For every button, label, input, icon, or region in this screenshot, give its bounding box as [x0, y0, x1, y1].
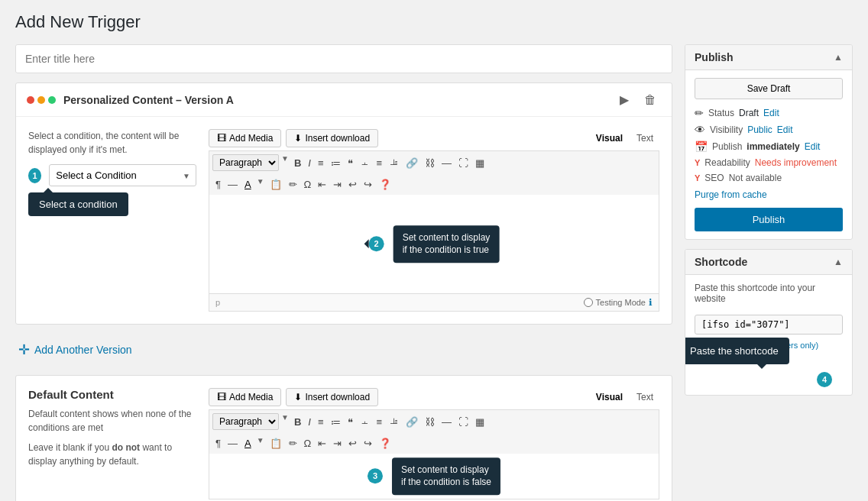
collapse-publish-icon[interactable]: ▲	[834, 52, 843, 63]
default-fullscreen-button[interactable]: ⛶	[455, 413, 471, 430]
default-indent-button[interactable]: ⇥	[330, 436, 345, 451]
status-edit-link[interactable]: Edit	[763, 108, 779, 118]
paste-button[interactable]: 📋	[267, 177, 285, 192]
version-dots	[27, 96, 56, 104]
collapse-shortcode-icon[interactable]: ▲	[834, 257, 843, 267]
readability-row: Y Readability Needs improvement	[695, 157, 843, 168]
default-insert-download-label: Insert download	[305, 392, 370, 402]
default-outdent-button[interactable]: ⇤	[315, 436, 329, 451]
badge-1: 1	[28, 168, 41, 183]
text-color-button[interactable]: A	[241, 177, 254, 192]
default-insert-download-button[interactable]: ⬇ Insert download	[286, 388, 378, 406]
italic-button[interactable]: I	[305, 154, 314, 171]
special-char-button[interactable]: Ω	[301, 177, 315, 192]
indent-button[interactable]: ⇥	[330, 177, 345, 192]
bold-button[interactable]: B	[291, 154, 304, 171]
default-editor-area[interactable]: 3 Set content to display if the conditio…	[209, 454, 659, 499]
publish-date-edit-link[interactable]: Edit	[805, 141, 821, 152]
default-unlink-button[interactable]: ⛓	[422, 413, 438, 430]
visibility-edit-link[interactable]: Edit	[777, 124, 793, 135]
unlink-button[interactable]: ⛓	[422, 154, 438, 171]
ordered-list-button[interactable]: ≔	[328, 154, 344, 171]
version-header: Personalized Content – Version A ▶ 🗑	[16, 83, 672, 117]
default-ordered-list-button[interactable]: ≔	[328, 413, 344, 430]
insert-download-icon: ⬇	[294, 133, 302, 144]
default-content-note: Leave it blank if you do not want to dis…	[28, 441, 196, 468]
default-hr-button[interactable]: —	[225, 436, 241, 451]
delete-button[interactable]: 🗑	[640, 91, 661, 108]
default-toggle-toolbar-button[interactable]: ▦	[472, 413, 487, 430]
default-text-color-button[interactable]: A	[241, 436, 254, 451]
publish-box-header: Publish ▲	[685, 45, 852, 70]
default-editor-panel: 🎞 Add Media ⬇ Insert download Visual	[209, 388, 659, 499]
version-block: Personalized Content – Version A ▶ 🗑 Sel…	[15, 82, 672, 325]
align-left-button[interactable]: ⫠	[357, 154, 373, 171]
paragraph-tag: p	[215, 298, 220, 307]
publish-button[interactable]: Publish	[695, 208, 843, 231]
tab-visual[interactable]: Visual	[590, 131, 629, 146]
unordered-list-button[interactable]: ≡	[315, 154, 327, 171]
default-note-text1: Leave it blank if you	[28, 442, 112, 453]
paragraph-select[interactable]: Paragraph	[212, 154, 279, 171]
condition-select[interactable]: Select a Condition	[49, 164, 196, 186]
insert-download-button[interactable]: ⬇ Insert download	[286, 129, 378, 147]
blockquote-button[interactable]: ❝	[345, 154, 356, 171]
badge-4: 4	[817, 372, 832, 387]
default-insert-more-button[interactable]: —	[439, 413, 455, 430]
default-special-char-button[interactable]: Ω	[301, 436, 315, 451]
shortcode-tooltip: Paste the shortcode	[685, 338, 789, 364]
insert-more-button[interactable]: —	[439, 154, 455, 171]
save-draft-button[interactable]: Save Draft	[695, 78, 843, 99]
default-body: Default Content Default content shows wh…	[16, 376, 672, 501]
default-blockquote-button[interactable]: ❝	[345, 413, 356, 430]
fullscreen-button[interactable]: ⛶	[455, 154, 471, 171]
toggle-toolbar-button[interactable]: ▦	[472, 154, 487, 171]
default-tab-text[interactable]: Text	[630, 389, 659, 405]
default-align-right-button[interactable]: ⫡	[386, 413, 402, 430]
clear-format-button[interactable]: ✏	[286, 177, 300, 192]
align-right-button[interactable]: ⫡	[386, 154, 402, 171]
undo-button[interactable]: ↩	[345, 177, 360, 192]
version-body: Select a condition, the content will be …	[16, 117, 672, 324]
step3-tooltip-wrapper: 3 Set content to display if the conditio…	[368, 457, 500, 496]
default-undo-button[interactable]: ↩	[345, 436, 360, 451]
default-clear-format-button[interactable]: ✏	[286, 436, 300, 451]
format-button[interactable]: ¶	[212, 177, 224, 192]
readability-value: Needs improvement	[755, 157, 837, 168]
editor-footer: p Testing Mode ℹ	[209, 294, 659, 312]
version-title: Personalized Content – Version A	[63, 94, 607, 106]
title-input[interactable]	[16, 45, 672, 73]
shortcode-input[interactable]	[695, 315, 843, 335]
default-redo-button[interactable]: ↪	[361, 436, 375, 451]
testing-mode-radio[interactable]	[584, 298, 593, 307]
status-label: Status	[708, 108, 734, 118]
eye-icon: 👁	[695, 124, 705, 136]
align-center-button[interactable]: ≡	[374, 154, 386, 171]
add-version-row[interactable]: ✛ Add Another Version	[15, 334, 672, 366]
default-unordered-list-button[interactable]: ≡	[315, 413, 327, 430]
hr-button[interactable]: —	[225, 177, 241, 192]
default-help-button[interactable]: ❓	[376, 436, 394, 451]
default-visual-text-tabs: Visual Text	[590, 389, 659, 405]
default-align-left-button[interactable]: ⫠	[357, 413, 373, 430]
add-media-button[interactable]: 🎞 Add Media	[209, 129, 281, 147]
default-tab-visual[interactable]: Visual	[590, 389, 629, 405]
default-align-center-button[interactable]: ≡	[374, 413, 386, 430]
play-button[interactable]: ▶	[615, 91, 633, 108]
visibility-value-link[interactable]: Public	[747, 124, 772, 135]
add-media-icon: 🎞	[217, 133, 226, 144]
default-add-media-button[interactable]: 🎞 Add Media	[209, 388, 281, 406]
version-editor-area[interactable]: 2 Set content to display if the conditio…	[209, 195, 659, 294]
default-link-button[interactable]: 🔗	[403, 413, 421, 430]
default-bold-button[interactable]: B	[291, 413, 304, 430]
default-paragraph-select[interactable]: Paragraph	[212, 413, 279, 430]
redo-button[interactable]: ↪	[361, 177, 375, 192]
outdent-button[interactable]: ⇤	[315, 177, 329, 192]
default-italic-button[interactable]: I	[305, 413, 314, 430]
help-button[interactable]: ❓	[376, 177, 394, 192]
purge-cache-link[interactable]: Purge from cache	[695, 189, 843, 200]
default-paste-button[interactable]: 📋	[267, 436, 285, 451]
tab-text[interactable]: Text	[630, 131, 659, 146]
link-button[interactable]: 🔗	[403, 154, 421, 171]
default-format-button[interactable]: ¶	[212, 436, 224, 451]
